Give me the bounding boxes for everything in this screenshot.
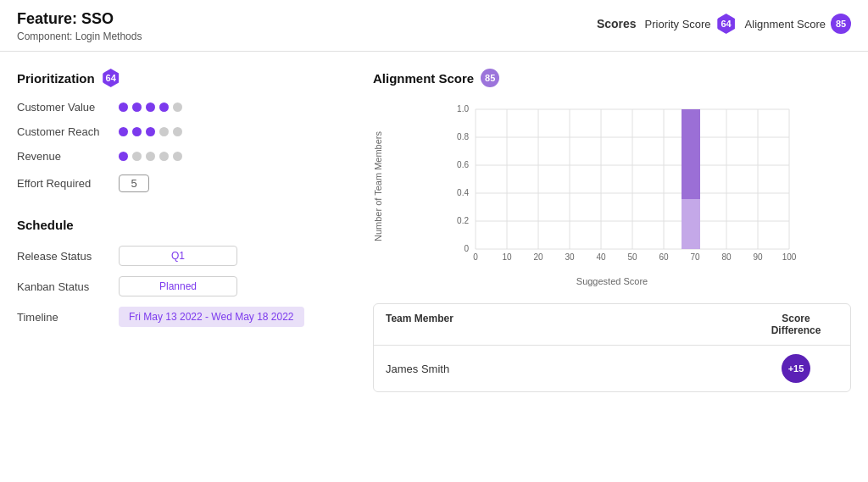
customer-value-row: Customer Value (17, 101, 339, 114)
svg-text:50: 50 (627, 252, 637, 262)
dot (159, 152, 169, 161)
scores-label: Scores (597, 17, 637, 30)
dot (119, 152, 128, 161)
timeline-label: Timeline (17, 311, 119, 324)
dot (173, 127, 182, 136)
prioritization-badge: 64 (102, 69, 120, 87)
svg-text:40: 40 (596, 252, 606, 262)
revenue-label: Revenue (17, 150, 119, 163)
svg-text:1.0: 1.0 (457, 104, 469, 114)
customer-reach-row: Customer Reach (17, 125, 339, 138)
schedule-label: Schedule (17, 218, 74, 232)
kanban-status-row: Kanban Status Planned (17, 276, 339, 296)
svg-text:20: 20 (533, 252, 543, 262)
effort-label: Effort Required (17, 177, 119, 190)
svg-text:60: 60 (659, 252, 669, 262)
schedule-section: Schedule Release Status Q1 Kanban Status… (17, 218, 339, 327)
revenue-row: Revenue (17, 150, 339, 163)
header-left: Feature: SSO Component: Login Methods (17, 10, 142, 42)
svg-text:0.4: 0.4 (457, 188, 469, 197)
effort-value: 5 (119, 175, 149, 192)
timeline-row: Timeline Fri May 13 2022 - Wed May 18 20… (17, 307, 339, 327)
bar-low (682, 199, 700, 249)
svg-text:10: 10 (502, 252, 512, 262)
kanban-status-label: Kanban Status (17, 280, 119, 293)
y-axis-label: Number of Team Members (373, 131, 383, 241)
svg-text:0.2: 0.2 (457, 216, 469, 225)
dot (119, 102, 128, 112)
col-member-header: Team Member (386, 313, 754, 336)
dot (132, 102, 142, 112)
col-score-header: Score Difference (754, 313, 838, 336)
dot (132, 152, 142, 161)
svg-text:80: 80 (721, 252, 732, 262)
chart-wrapper: Number of Team Members (373, 101, 851, 273)
timeline-value[interactable]: Fri May 13 2022 - Wed May 18 2022 (119, 307, 304, 327)
dot (173, 152, 182, 161)
kanban-status-value[interactable]: Planned (119, 276, 237, 296)
svg-text:30: 30 (565, 252, 575, 262)
dot (146, 102, 155, 112)
alignment-chart: Number of Team Members (373, 101, 851, 286)
alignment-section-title: Alignment Score 85 (373, 69, 851, 87)
dot (159, 102, 169, 112)
customer-value-dots (119, 102, 182, 112)
right-panel: Alignment Score 85 Number of Team Member… (373, 69, 851, 392)
priority-score-item: Priority Score 64 (645, 14, 737, 34)
team-table-header: Team Member Score Difference (374, 304, 850, 346)
main-content: Prioritization 64 Customer Value Custome… (0, 52, 868, 409)
customer-value-label: Customer Value (17, 101, 119, 114)
priority-score-badge: 64 (716, 14, 737, 34)
alignment-score-item: Alignment Score 85 (745, 14, 851, 34)
x-axis-label: Suggested Score (373, 276, 851, 286)
dot (146, 152, 155, 161)
svg-text:100: 100 (782, 252, 797, 262)
member-score-diff: +15 (754, 354, 838, 383)
svg-text:0.6: 0.6 (457, 160, 469, 169)
team-member-table: Team Member Score Difference James Smith… (373, 303, 851, 392)
customer-reach-label: Customer Reach (17, 125, 119, 138)
schedule-section-title: Schedule (17, 218, 339, 232)
priority-score-label: Priority Score (645, 18, 711, 30)
dot (146, 127, 155, 136)
header-right: Scores Priority Score 64 Alignment Score… (597, 14, 851, 34)
release-status-row: Release Status Q1 (17, 246, 339, 266)
chart-svg: 1.0 0.8 0.6 0.4 0.2 0 0 10 20 30 40 50 6… (388, 101, 851, 270)
alignment-score-badge: 85 (831, 14, 851, 34)
customer-reach-dots (119, 127, 182, 136)
revenue-dots (119, 152, 182, 161)
svg-text:0: 0 (473, 252, 478, 262)
svg-text:0.8: 0.8 (457, 132, 469, 141)
svg-text:90: 90 (753, 252, 763, 262)
dot (159, 127, 169, 136)
effort-required-row: Effort Required 5 (17, 175, 339, 192)
release-status-value[interactable]: Q1 (119, 246, 237, 266)
svg-text:0: 0 (464, 244, 469, 253)
svg-text:70: 70 (690, 252, 700, 262)
prioritization-label: Prioritization (17, 71, 95, 86)
component-label: Component: Login Methods (17, 30, 142, 42)
member-name: James Smith (386, 363, 754, 375)
alignment-section-badge: 85 (481, 69, 499, 87)
bar-high (682, 109, 700, 199)
page-header: Feature: SSO Component: Login Methods Sc… (0, 0, 868, 52)
feature-title: Feature: SSO (17, 10, 142, 28)
dot (173, 102, 182, 112)
diff-badge: +15 (782, 354, 810, 383)
table-row: James Smith +15 (374, 346, 850, 391)
alignment-title-label: Alignment Score (373, 71, 474, 86)
left-panel: Prioritization 64 Customer Value Custome… (17, 69, 339, 392)
dot (119, 127, 128, 136)
chart-area: 1.0 0.8 0.6 0.4 0.2 0 0 10 20 30 40 50 6… (388, 101, 851, 273)
alignment-score-label: Alignment Score (745, 18, 826, 30)
dot (132, 127, 142, 136)
prioritization-section-title: Prioritization 64 (17, 69, 339, 87)
release-status-label: Release Status (17, 250, 119, 263)
